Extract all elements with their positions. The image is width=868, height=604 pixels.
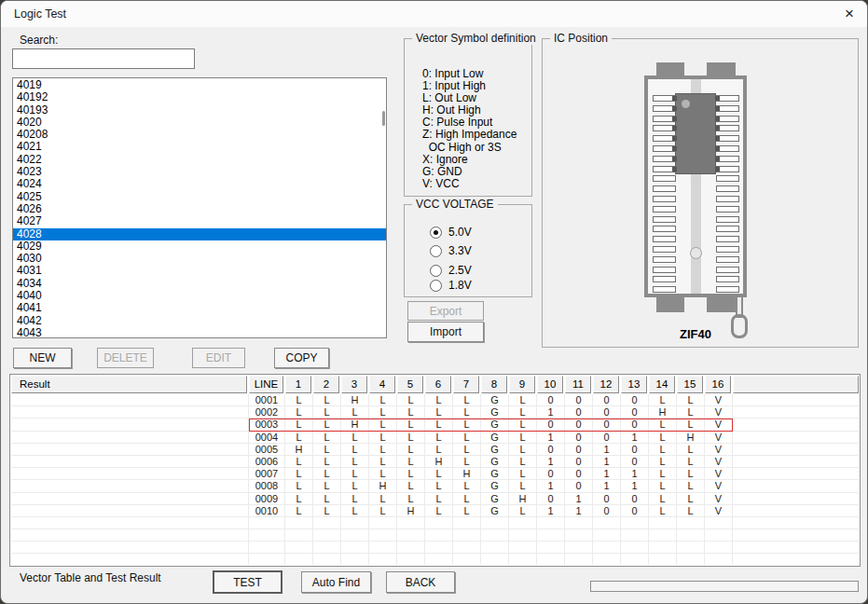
footer-label: Vector Table and Test Result (20, 571, 161, 584)
result-row[interactable]: 0004LLLLLLLGL1001LHV (11, 432, 859, 444)
vcc-voltage-group-title: VCC VOLTAGE (412, 198, 498, 211)
auto-find-button[interactable]: Auto Find (301, 571, 371, 593)
chip-pin (672, 146, 677, 151)
vector-cell: V (705, 480, 733, 491)
result-row[interactable]: 0010LLLLHLLGL1100LLV (11, 505, 859, 517)
vector-cell: H (649, 406, 677, 418)
back-button[interactable]: BACK (386, 571, 455, 593)
vector-cell: L (313, 406, 341, 418)
list-item[interactable]: 4030 (13, 253, 386, 265)
vector-cell: L (453, 406, 481, 418)
result-row[interactable]: 0009LLLLLLLGH0100LLV (11, 493, 859, 505)
pin-column-header: 1 (285, 376, 311, 393)
list-item[interactable]: 4031 (13, 265, 386, 277)
vector-cell: G (481, 394, 509, 405)
import-button[interactable]: Import (407, 322, 484, 342)
copy-button[interactable]: COPY (274, 348, 329, 368)
result-row[interactable]: 0002LLLLLLLGL1000HLV (11, 406, 859, 419)
logic-test-dialog: Logic Test × Search: 4019401924019340204… (0, 0, 868, 604)
result-row[interactable]: 0008LLLHLLLGL1011LLV (11, 480, 859, 492)
list-item[interactable]: 4041 (13, 302, 386, 314)
list-item[interactable]: 4029 (13, 240, 386, 253)
line-cell: 0010 (249, 505, 285, 516)
socket-pin-slot (653, 246, 676, 253)
line-cell: 0006 (249, 456, 285, 467)
list-item[interactable]: 4022 (13, 154, 386, 166)
vector-cell (285, 554, 313, 565)
vector-cell: G (481, 406, 509, 418)
row-filler (733, 394, 859, 405)
result-row[interactable]: 0001LLHLLLLGL0000LLV (11, 394, 859, 406)
vector-cell: L (313, 394, 341, 405)
list-item[interactable]: 40193 (13, 104, 386, 117)
vector-cell: L (453, 444, 481, 455)
vector-cell (285, 517, 313, 528)
vector-cell: 1 (593, 444, 621, 455)
socket-bottom-tab-right (707, 295, 736, 312)
delete-button[interactable]: DELETE (97, 348, 154, 368)
result-row[interactable]: 0006LLLLLHLGL1010LLV (11, 456, 859, 468)
pin-column-header: 6 (425, 376, 451, 393)
result-row[interactable]: 0003LLHLLLLGL0000LLV (11, 419, 859, 431)
vector-cell: L (453, 493, 481, 504)
vector-cell (677, 529, 705, 541)
vcc-option[interactable]: 1.8V (430, 279, 472, 292)
list-item[interactable]: 4027 (13, 215, 386, 227)
list-item[interactable]: 4019 (13, 79, 386, 91)
list-item[interactable]: 40192 (13, 91, 386, 103)
vcc-option[interactable]: 5.0V (430, 226, 472, 239)
test-button[interactable]: TEST (214, 571, 282, 593)
search-input[interactable] (12, 48, 195, 69)
chip-pin (715, 126, 720, 130)
vector-cell (509, 554, 537, 565)
list-item[interactable]: 4028 (13, 228, 386, 240)
edit-button[interactable]: EDIT (192, 348, 245, 368)
radio-icon[interactable] (430, 226, 442, 239)
new-button[interactable]: NEW (13, 348, 72, 368)
vector-cell: 0 (537, 419, 565, 430)
vcc-option[interactable]: 3.3V (430, 244, 472, 257)
radio-icon[interactable] (430, 245, 442, 257)
result-row[interactable]: 0007LLLLLLHGL0011LLV (11, 468, 859, 480)
vector-cell: G (481, 505, 509, 516)
vector-cell: 0 (565, 419, 593, 430)
pin-column-header: 9 (509, 376, 535, 393)
list-item[interactable]: 4042 (13, 315, 386, 327)
list-item[interactable]: 4043 (13, 327, 386, 338)
radio-icon[interactable] (430, 280, 442, 292)
line-cell (249, 529, 285, 541)
export-button[interactable]: Export (407, 301, 484, 321)
close-icon[interactable]: × (835, 1, 863, 27)
vector-cell: 0 (565, 480, 593, 491)
vector-cell (565, 517, 593, 528)
list-item[interactable]: 40208 (13, 129, 386, 141)
pin-column-header: 11 (565, 376, 591, 393)
list-item[interactable]: 4025 (13, 191, 386, 203)
list-item[interactable]: 4023 (13, 166, 386, 178)
list-item[interactable]: 4026 (13, 203, 386, 215)
vector-cell: G (481, 444, 509, 455)
vector-cell: V (705, 456, 733, 467)
result-row[interactable]: 0005HLLLLLLGL0010LLV (11, 444, 859, 456)
vcc-option[interactable]: 2.5V (430, 264, 472, 277)
vector-cell: L (285, 419, 313, 430)
list-item[interactable]: 4020 (13, 117, 386, 129)
radio-icon[interactable] (430, 265, 442, 277)
vector-cell: 1 (593, 456, 621, 467)
vector-cell: 0 (593, 394, 621, 405)
vector-cell: L (677, 406, 705, 418)
chip-pin (672, 167, 677, 172)
list-scrollbar[interactable] (382, 111, 385, 126)
device-list[interactable]: 4019401924019340204020840214022402340244… (12, 77, 387, 338)
list-item[interactable]: 4021 (13, 141, 386, 153)
row-filler (733, 493, 859, 504)
list-item[interactable]: 4024 (13, 178, 386, 190)
socket-label: ZIF40 (644, 327, 747, 341)
vector-cell: H (453, 468, 481, 479)
list-item[interactable]: 4034 (13, 278, 386, 290)
list-item[interactable]: 4040 (13, 290, 386, 302)
vector-cell (677, 517, 705, 528)
vector-symbol-line: Z: High Impedance (422, 129, 517, 141)
pin-column-header: 15 (677, 376, 703, 393)
socket-pin-slot (716, 286, 739, 293)
